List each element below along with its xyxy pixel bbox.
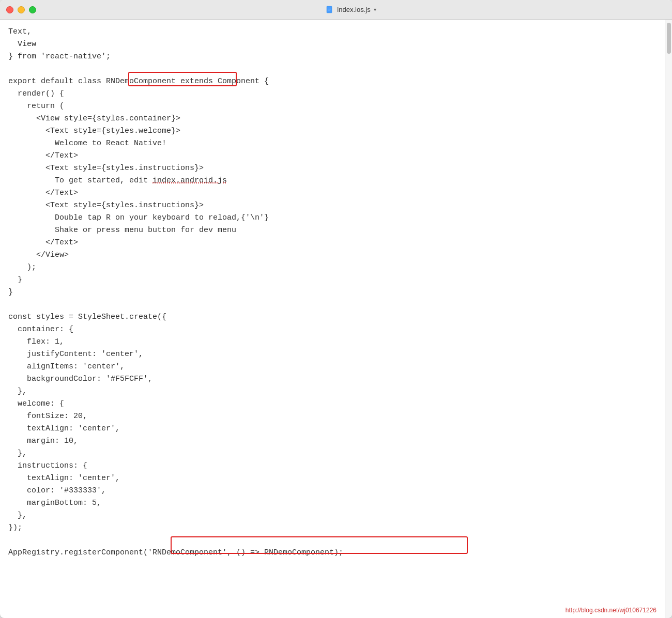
svg-rect-2 [328, 9, 331, 9]
title-area: index.ios.js ▾ [36, 6, 666, 14]
file-icon [326, 6, 334, 14]
close-button[interactable] [6, 6, 13, 13]
svg-rect-3 [328, 10, 330, 10]
svg-rect-1 [328, 8, 331, 8]
minimize-button[interactable] [18, 6, 25, 13]
vertical-scrollbar[interactable] [665, 20, 672, 618]
scrollbar-thumb[interactable] [667, 23, 671, 54]
editor-area: Text, View } from 'react-native'; export… [0, 20, 672, 618]
titlebar: index.ios.js ▾ [0, 0, 672, 20]
code-editor[interactable]: Text, View } from 'react-native'; export… [0, 20, 665, 618]
chevron-down-icon: ▾ [374, 7, 376, 12]
traffic-lights [6, 6, 36, 13]
index-android-link[interactable]: index.android.js [152, 176, 227, 185]
window-title: index.ios.js [337, 6, 370, 13]
main-window: index.ios.js ▾ Text, View } from 'react-… [0, 0, 672, 618]
maximize-button[interactable] [29, 6, 36, 13]
svg-rect-0 [327, 6, 332, 13]
watermark: http://blog.csdn.net/wj010671226 [566, 607, 656, 614]
code-content: Text, View } from 'react-native'; export… [8, 26, 656, 559]
